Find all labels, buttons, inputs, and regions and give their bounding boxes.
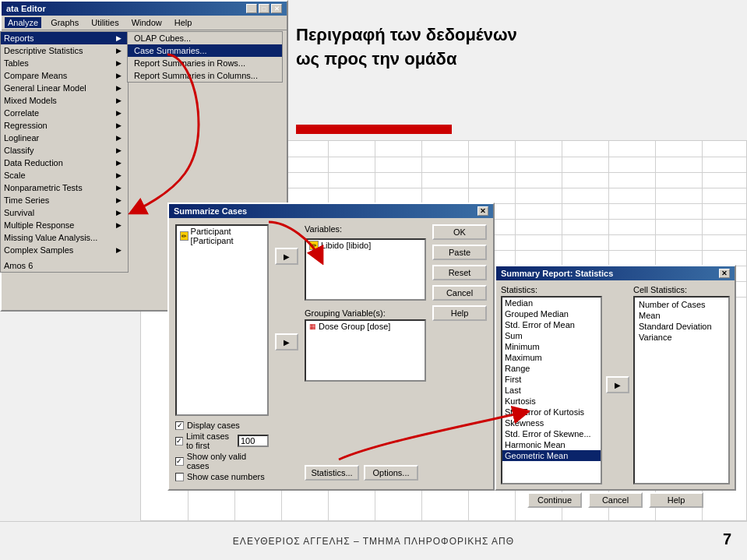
sidebar-item-label: Loglinear [4, 133, 39, 143]
footer-text: ΕΛΕΥΘΕΡΙΟΣ ΑΓΓΕΛΗΣ – ΤΜΗΜΑ ΠΛΗΡΟΦΟΡΙΚΗΣ … [233, 536, 514, 547]
ok-button[interactable]: OK [432, 224, 487, 240]
stats-title: Summary Report: Statistics [501, 269, 613, 278]
cell-stat-number[interactable]: Number of Cases [636, 299, 727, 310]
case-item: Participant [Participant [191, 227, 264, 245]
continue-button[interactable]: Continue [527, 492, 582, 508]
red-arrow-3 [335, 397, 530, 475]
limit-cases-label: Limit cases to first [186, 431, 234, 450]
cell-statistics-listbox[interactable]: Number of Cases Mean Standard Deviation … [633, 296, 730, 484]
show-case-numbers-row: Show case numbers [175, 472, 269, 481]
stat-sum[interactable]: Sum [502, 330, 601, 341]
sidebar-menu: Reports ▶ Descriptive Statistics ▶ Table… [0, 31, 129, 273]
paste-button[interactable]: Paste [432, 245, 487, 260]
sidebar-item-classify[interactable]: Classify ▶ [1, 144, 128, 157]
sidebar-item-data-reduction[interactable]: Data Reduction ▶ [1, 157, 128, 169]
cell-stat-mean[interactable]: Mean [636, 310, 727, 321]
menu-utilities[interactable]: Utilities [88, 17, 122, 28]
sidebar-item-scale[interactable]: Scale ▶ [1, 169, 128, 181]
sidebar-item-amos[interactable]: Amos 6 [1, 259, 128, 272]
sidebar-item-label: Mixed Models [4, 96, 57, 105]
stat-range[interactable]: Range [502, 363, 601, 374]
sidebar-item-label: Tables [4, 58, 29, 68]
variable-icon: ✏ [180, 231, 189, 241]
presentation-title: Περιγραφή των δεδομένων ως προς την ομάδ… [296, 23, 517, 72]
stat-maximum[interactable]: Maximum [502, 352, 601, 363]
sidebar-item-missing-value[interactable]: Missing Value Analysis... [1, 231, 128, 244]
limit-cases-input[interactable] [238, 435, 269, 447]
limit-cases-checkbox[interactable]: ✓ [175, 437, 183, 446]
sidebar-item-label: Descriptive Statistics [4, 46, 83, 55]
red-arrow [121, 47, 222, 218]
sidebar-item-time-series[interactable]: Time Series ▶ [1, 194, 128, 206]
menu-window[interactable]: Window [129, 17, 165, 28]
display-cases-label: Display cases [187, 421, 240, 430]
stat-stderr-mean[interactable]: Std. Error of Mean [502, 319, 601, 330]
sidebar-item-multiple-response[interactable]: Multiple Response ▶ [1, 219, 128, 231]
maximize-button[interactable]: □ [259, 4, 270, 13]
sidebar-item-label: Multiple Response [4, 220, 75, 230]
grouping-item[interactable]: ▦ Dose Group [dose] [306, 321, 425, 332]
menu-analyze[interactable]: Analyze [5, 17, 41, 28]
cell-stat-variance[interactable]: Variance [636, 332, 727, 343]
help-button[interactable]: Help [432, 305, 487, 321]
sidebar-item-label: Reports [4, 33, 34, 43]
titlebar-buttons: _ □ ✕ [246, 4, 282, 13]
show-case-numbers-checkbox[interactable] [175, 473, 184, 481]
sidebar-item-regression[interactable]: Regression ▶ [1, 119, 128, 132]
close-button[interactable]: ✕ [271, 4, 282, 13]
transfer-grouping-button[interactable]: ▶ [275, 333, 298, 350]
stats-help-button[interactable]: Help [649, 492, 703, 508]
show-valid-checkbox[interactable]: ✓ [175, 457, 184, 466]
cancel-button[interactable]: Cancel [432, 285, 487, 301]
menu-help[interactable]: Help [171, 17, 196, 28]
sidebar-item-nonparametric[interactable]: Nonparametric Tests ▶ [1, 181, 128, 194]
spss-titlebar: ata Editor _ □ ✕ [2, 2, 287, 16]
stats-dialog-buttons: Continue Cancel Help [496, 489, 735, 515]
red-bar [296, 125, 452, 134]
reset-button[interactable]: Reset [432, 265, 487, 280]
stat-first[interactable]: First [502, 374, 601, 385]
sidebar-item-mixed[interactable]: Mixed Models ▶ [1, 94, 128, 107]
stats-body: Statistics: Median Grouped Median Std. E… [496, 280, 735, 489]
dialog-close-button[interactable]: ✕ [477, 206, 488, 216]
cell-stat-std-dev[interactable]: Standard Deviation [636, 321, 727, 332]
grouping-listbox[interactable]: ▦ Dose Group [dose] [305, 319, 426, 382]
sidebar-item-loglinear[interactable]: Loglinear ▶ [1, 132, 128, 144]
sidebar-item-label: Missing Value Analysis... [4, 233, 97, 242]
stats-cancel-button[interactable]: Cancel [588, 492, 643, 508]
sidebar-item-survival[interactable]: Survival ▶ [1, 206, 128, 219]
variable-name: Libido [libido] [321, 241, 371, 250]
stat-median[interactable]: Median [502, 298, 601, 308]
cell-statistics-label: Cell Statistics: [633, 285, 730, 294]
sidebar-item-glm[interactable]: General Linear Model ▶ [1, 82, 128, 94]
submenu-olap[interactable]: OLAP Cubes... [128, 32, 282, 44]
sidebar-item-tables[interactable]: Tables ▶ [1, 57, 128, 69]
stat-last[interactable]: Last [502, 385, 601, 396]
display-cases-checkbox[interactable]: ✓ [175, 421, 184, 430]
cases-listbox[interactable]: ✏ Participant [Participant [175, 224, 269, 416]
minimize-button[interactable]: _ [246, 4, 257, 13]
stats-close-button[interactable]: ✕ [719, 269, 730, 278]
sidebar-item-reports[interactable]: Reports ▶ [1, 32, 128, 44]
sidebar-item-descriptive[interactable]: Descriptive Statistics ▶ [1, 44, 128, 57]
menu-graphs[interactable]: Graphs [48, 17, 82, 28]
sidebar-item-correlate[interactable]: Correlate ▶ [1, 107, 128, 119]
stat-grouped-median[interactable]: Grouped Median [502, 308, 601, 319]
transfer-stats-button[interactable]: ▶ [606, 376, 629, 393]
sidebar-item-compare-means[interactable]: Compare Means ▶ [1, 69, 128, 82]
sidebar-item-complex-samples[interactable]: Complex Samples ▶ [1, 244, 128, 256]
bottom-bar: ΕΛΕΥΘΕΡΙΟΣ ΑΓΓΕΛΗΣ – ΤΜΗΜΑ ΠΛΗΡΟΦΟΡΙΚΗΣ … [0, 521, 747, 560]
sidebar-item-label: Classify [4, 146, 34, 155]
show-valid-label: Show only valid cases [187, 452, 269, 470]
grouping-name: Dose Group [dose] [319, 322, 390, 331]
sidebar-item-label: Complex Samples [4, 245, 73, 255]
arrow-icon: ▶ [116, 34, 122, 42]
group-icon: ▦ [309, 322, 316, 330]
list-item[interactable]: ✏ Participant [Participant [177, 226, 267, 246]
stats-titlebar: Summary Report: Statistics ✕ [496, 266, 735, 280]
sidebar-item-label: Correlate [4, 108, 39, 118]
sidebar-item-label: Scale [4, 171, 26, 180]
stat-minimum[interactable]: Minimum [502, 341, 601, 352]
sidebar-item-label: Compare Means [4, 71, 67, 80]
sidebar-item-label: Regression [4, 121, 48, 130]
